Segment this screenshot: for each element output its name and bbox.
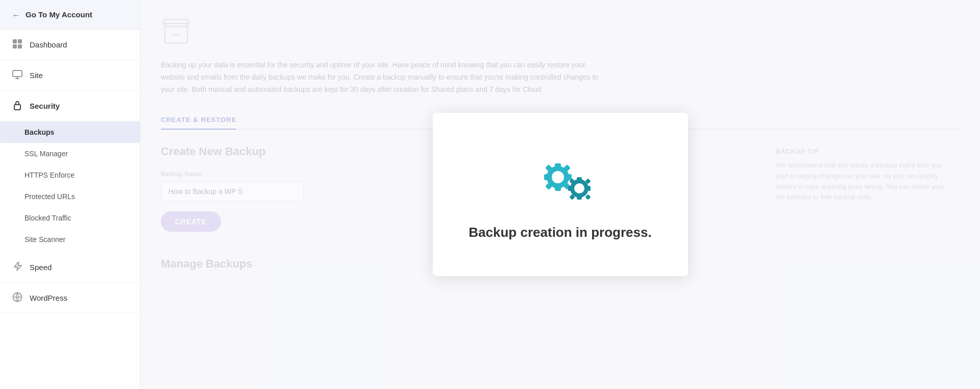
svg-rect-3 [18,44,22,48]
svg-rect-12 [544,174,549,180]
blocked-traffic-label: Blocked Traffic [24,214,71,222]
lock-icon [12,100,22,112]
svg-point-19 [574,183,584,193]
sidebar-item-speed[interactable]: Speed [0,252,140,283]
gears-icon [525,149,596,210]
protected-urls-label: Protected URLs [24,192,75,201]
svg-rect-0 [13,39,17,43]
svg-rect-27 [585,194,591,200]
monitor-icon [12,69,22,81]
svg-rect-23 [586,186,591,191]
sidebar-item-site[interactable]: Site [0,60,140,91]
sidebar-item-speed-label: Speed [30,263,52,272]
sidebar-sub-item-site-scanner[interactable]: Site Scanner [0,229,140,250]
svg-rect-2 [13,44,17,48]
backups-label: Backups [24,128,54,136]
svg-rect-21 [577,196,582,200]
svg-rect-5 [14,105,20,110]
lightning-icon [12,261,22,273]
sidebar-item-site-label: Site [30,71,43,80]
ssl-manager-label: SSL Manager [24,150,68,158]
svg-rect-11 [555,186,561,191]
sidebar-item-dashboard[interactable]: Dashboard [0,30,140,60]
sidebar-sub-item-https-enforce[interactable]: HTTPS Enforce [0,164,140,186]
sidebar-sub-item-protected-urls[interactable]: Protected URLs [0,186,140,207]
modal-message: Backup creation in progress. [469,225,651,240]
svg-rect-22 [568,186,572,191]
modal-overlay: Backup creation in progress. [140,0,980,389]
wordpress-icon [12,292,22,304]
svg-rect-1 [18,39,22,43]
sidebar-sub-item-ssl-manager[interactable]: SSL Manager [0,143,140,164]
sidebar-item-wordpress-label: WordPress [30,294,67,302]
https-enforce-label: HTTPS Enforce [24,171,75,179]
svg-rect-4 [13,70,22,77]
go-to-account-label: Go To My Account [26,10,92,19]
svg-point-9 [552,171,564,183]
sidebar-sub-item-blocked-traffic[interactable]: Blocked Traffic [0,207,140,229]
svg-rect-20 [577,177,582,181]
main-content: Backing up your data is essential for th… [140,0,980,389]
sidebar: Go To My Account Dashboard Site [0,0,140,389]
sidebar-item-dashboard-label: Dashboard [30,40,67,49]
svg-rect-10 [555,163,561,168]
go-to-my-account-link[interactable]: Go To My Account [0,0,140,30]
sidebar-item-security-label: Security [30,102,60,110]
sidebar-item-wordpress[interactable]: WordPress [0,283,140,313]
modal-card: Backup creation in progress. [433,113,688,276]
grid-icon [12,39,22,51]
svg-rect-13 [567,174,572,180]
sidebar-item-security[interactable]: Security [0,91,140,121]
arrow-left-icon [12,11,20,19]
site-scanner-label: Site Scanner [24,235,65,244]
sidebar-sub-item-backups[interactable]: Backups [0,121,140,143]
